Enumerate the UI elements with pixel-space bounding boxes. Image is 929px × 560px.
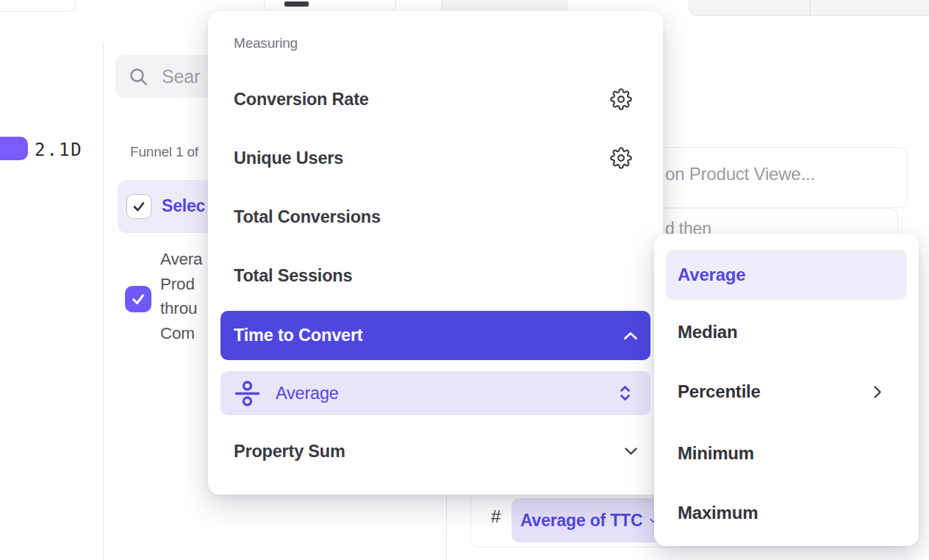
gear-icon[interactable] xyxy=(610,88,632,110)
menu-item-property-sum[interactable]: Property Sum xyxy=(220,431,650,472)
step-duration-badge xyxy=(0,137,28,160)
agg-item-percentile[interactable]: Percentile xyxy=(666,371,907,412)
aggregation-dropdown: Average Median Percentile Minimum Maximu… xyxy=(654,234,919,546)
metric-pill-label: Average of TTC xyxy=(520,511,642,531)
menu-item-time-to-convert[interactable]: Time to Convert xyxy=(220,311,650,360)
agg-item-maximum[interactable]: Maximum xyxy=(666,492,907,534)
metric-pill-button[interactable]: Average of TTC xyxy=(512,498,666,542)
funnel-step-description: Avera Prod throu Com xyxy=(160,247,209,350)
segment-divider xyxy=(810,0,811,15)
description-line: throu xyxy=(160,296,209,321)
top-segmented-control-fragment[interactable] xyxy=(689,0,929,16)
funnel-step-checkbox[interactable] xyxy=(125,286,151,312)
column-divider xyxy=(446,496,447,560)
agg-item-average[interactable]: Average xyxy=(666,250,907,300)
menu-item-total-conversions[interactable]: Total Conversions xyxy=(220,196,650,237)
description-line: Prod xyxy=(160,272,209,297)
search-icon xyxy=(129,67,148,87)
checkmark-icon xyxy=(132,199,146,214)
average-icon xyxy=(234,380,261,407)
description-line: Com xyxy=(160,321,209,346)
step-duration-label: 2.1D xyxy=(35,140,83,160)
menu-item-conversion-rate[interactable]: Conversion Rate xyxy=(220,79,650,120)
chevron-right-icon xyxy=(873,385,882,399)
chevron-down-icon xyxy=(624,447,638,456)
number-type-icon: # xyxy=(491,506,501,527)
search-placeholder: Sear xyxy=(162,66,200,87)
sidebar-divider xyxy=(103,42,104,560)
event-name[interactable]: on Product Viewe... xyxy=(665,164,815,184)
measuring-header: Measuring xyxy=(234,35,298,51)
top-toolbar-button-fragment[interactable] xyxy=(264,0,396,12)
agg-item-median[interactable]: Median xyxy=(666,312,907,353)
funnel-builder-screen: Sear Funnel 1 of 2.1D Selec Avera Prod t… xyxy=(0,0,929,560)
checkmark-icon xyxy=(130,291,146,307)
menu-item-total-sessions[interactable]: Total Sessions xyxy=(220,255,650,296)
measuring-dropdown: Measuring Conversion Rate Unique Users T… xyxy=(208,11,663,495)
funnel-header: Funnel 1 of xyxy=(130,144,208,163)
chevron-up-down-icon[interactable] xyxy=(619,384,631,402)
menu-item-unique-users[interactable]: Unique Users xyxy=(220,137,650,179)
chevron-up-icon xyxy=(623,331,638,340)
gear-icon[interactable] xyxy=(610,147,632,169)
menu-subitem-average[interactable]: Average xyxy=(220,371,650,415)
top-left-card-fragment xyxy=(0,0,76,12)
chart-icon xyxy=(284,1,309,7)
select-all-row[interactable]: Selec xyxy=(118,180,208,233)
select-all-label: Selec xyxy=(162,196,205,216)
description-line: Avera xyxy=(160,247,209,272)
select-all-checkbox[interactable] xyxy=(126,194,151,219)
agg-item-minimum[interactable]: Minimum xyxy=(666,433,907,474)
